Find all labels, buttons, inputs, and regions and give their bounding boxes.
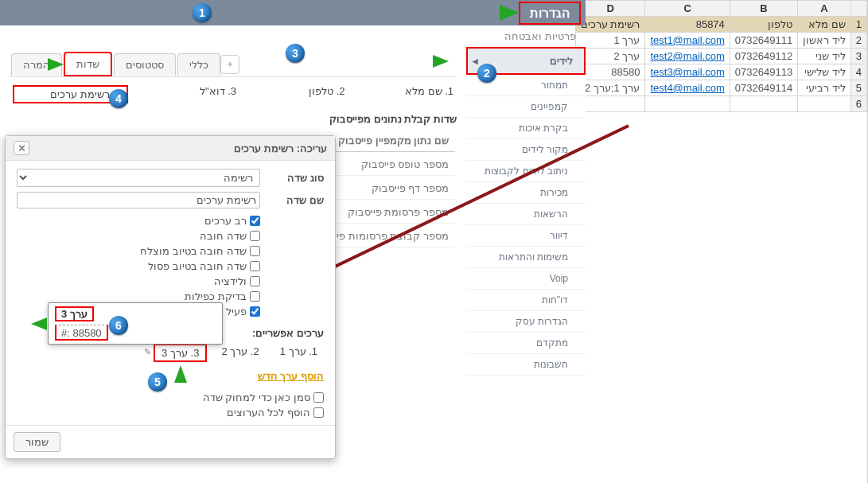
field-col[interactable]: 2. טלפון	[243, 85, 345, 103]
fb-section-title: שדות קבלת נתונים מפייסבוק	[10, 113, 457, 125]
page-title: הגדרות	[519, 2, 581, 25]
excel-col-C[interactable]: C	[645, 1, 730, 17]
value-item-3[interactable]: ✎ 3. ערך 3	[154, 344, 207, 362]
sidebar-sub[interactable]: משימות והתראות	[466, 247, 586, 268]
sidebar-sub[interactable]: מכירות	[466, 182, 586, 204]
save-button[interactable]: שמור	[14, 432, 60, 452]
cell[interactable]: test1@mail.com	[645, 33, 730, 49]
cell[interactable]	[645, 96, 730, 112]
settings-sidebar: לידים תמחור קמפיינים בקרת איכות ‏מקור לי…	[466, 47, 586, 483]
step-4-icon: 4	[109, 89, 128, 108]
value-tooltip: ערך 3 #: 88580	[48, 302, 223, 345]
sidebar-sub[interactable]: הרשאות	[466, 204, 586, 225]
cell[interactable]: 0732649114	[730, 80, 797, 96]
cell[interactable]: ערך 2	[575, 49, 645, 64]
field-col[interactable]: 3. דוא"ל	[134, 85, 237, 103]
sidebar-sub[interactable]: בקרת איכות	[466, 118, 586, 139]
sidebar-sub[interactable]: מתקדם	[466, 333, 586, 354]
cell[interactable]: ערך 1	[575, 33, 645, 49]
dialog-title: עריכה: רשימת ערכים	[234, 142, 327, 154]
excel-header[interactable]: רשימת ערכים	[575, 17, 645, 33]
sidebar-sub[interactable]: קמפיינים	[466, 96, 586, 118]
cell[interactable]: 88580	[575, 64, 645, 80]
edit-field-dialog: עריכה: רשימת ערכים ✕ סוג שדה רשימה שם שד…	[5, 135, 336, 459]
chk-delete[interactable]	[313, 392, 324, 403]
sidebar-sub[interactable]: Voip	[466, 268, 586, 290]
chk-dup[interactable]	[250, 291, 260, 302]
field-name-input[interactable]	[17, 192, 260, 208]
cell[interactable]: ליד שני	[798, 49, 851, 64]
pencil-icon[interactable]: ✎	[144, 347, 151, 357]
close-icon[interactable]: ✕	[14, 141, 29, 155]
cell[interactable]	[798, 96, 851, 112]
field-col[interactable]: 1. שם מלא	[352, 85, 454, 103]
tooltip-value-id: #: 88580	[55, 325, 108, 341]
chk-multi[interactable]	[250, 216, 260, 226]
email-link[interactable]: test2@mail.com	[650, 50, 724, 62]
sidebar-sub[interactable]: דיוור	[466, 225, 586, 247]
tab-general[interactable]: כללי	[177, 53, 220, 76]
app-panel: הגדרות פרטיות ואבטחה לידים תמחור קמפייני…	[0, 0, 586, 483]
email-link[interactable]: test3@mail.com	[650, 66, 724, 78]
field-name-label: שם שדה	[260, 194, 324, 206]
excel-col-D[interactable]: D	[575, 1, 645, 17]
step-5-icon: 5	[148, 372, 167, 391]
step-3-icon: 3	[286, 44, 305, 63]
chk-req-fail[interactable]	[250, 261, 260, 271]
sidebar-sub[interactable]: ניתוב לידים לקבוצות	[466, 161, 586, 182]
email-link[interactable]: test4@mail.com	[650, 82, 724, 94]
cell[interactable]: ליד שלישי	[798, 64, 851, 80]
step-2-icon: 2	[477, 64, 496, 83]
excel-header[interactable]: 85874	[645, 17, 730, 33]
excel-col-A[interactable]: A	[798, 1, 851, 17]
tooltip-value-name: ערך 3	[55, 306, 94, 321]
cell[interactable]: test4@mail.com	[645, 80, 730, 96]
tabs: + כללי סטטוסים שדות המרה	[10, 52, 457, 76]
cell[interactable]: ליד ראשון	[798, 33, 851, 49]
chk-addall[interactable]	[313, 407, 324, 418]
sidebar-sub[interactable]: חשבונות	[466, 354, 586, 376]
cell[interactable]	[730, 96, 797, 112]
add-tab-button[interactable]: +	[220, 55, 239, 74]
step-6-icon: 6	[109, 316, 128, 335]
cell[interactable]	[575, 96, 645, 112]
sidebar-sub[interactable]: הגדרות עסק	[466, 311, 586, 333]
field-type-select[interactable]: רשימה	[17, 169, 260, 187]
step-1-icon: 1	[193, 3, 212, 22]
cell[interactable]: ערך 1;ערך 2	[575, 80, 645, 96]
app-header: הגדרות	[0, 0, 586, 25]
cell[interactable]: 0732649111	[730, 33, 797, 49]
cell[interactable]: ליד רביעי	[798, 80, 851, 96]
sidebar-sub[interactable]: דו"חות	[466, 290, 586, 311]
excel-col-B[interactable]: B	[730, 1, 797, 17]
email-link[interactable]: test1@mail.com	[650, 34, 724, 46]
field-columns-header: 1. שם מלא 2. טלפון 3. דוא"ל 4. רשימת ערכ…	[10, 76, 457, 107]
field-type-label: סוג שדה	[260, 172, 324, 184]
excel-header[interactable]: טלפון	[730, 17, 797, 33]
excel-preview: A B C D 1 שם מלא טלפון 85874 רשימת ערכים…	[586, 0, 868, 483]
chk-validation[interactable]	[250, 276, 260, 286]
tab-statuses[interactable]: סטטוסים	[114, 53, 176, 76]
value-item[interactable]: 1. ערך 1	[274, 344, 324, 362]
value-item[interactable]: 2. ערך 2	[215, 344, 265, 362]
cell[interactable]: 0732649113	[730, 64, 797, 80]
cell[interactable]: test3@mail.com	[645, 64, 730, 80]
chk-active[interactable]	[250, 306, 260, 317]
cell[interactable]: 0732649112	[730, 49, 797, 64]
sidebar-sub[interactable]: ‏מקור לידים	[466, 139, 586, 161]
chk-required[interactable]	[250, 231, 260, 241]
chk-req-success[interactable]	[250, 246, 260, 256]
add-value-link[interactable]: הוסף ערך חדש	[258, 370, 324, 382]
excel-header[interactable]: שם מלא	[798, 17, 851, 33]
tab-fields[interactable]: שדות	[64, 52, 112, 76]
cell[interactable]: test2@mail.com	[645, 49, 730, 64]
